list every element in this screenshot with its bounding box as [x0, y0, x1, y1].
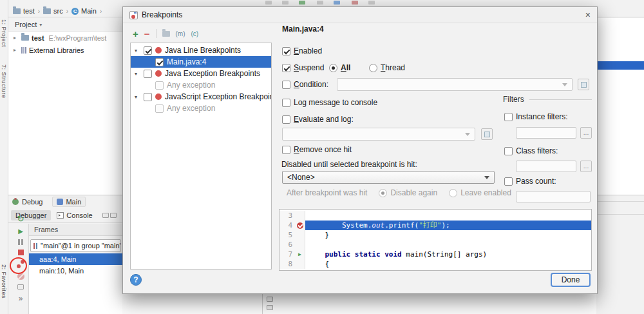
- thread-selector[interactable]: "main"@1 in group "main": [30, 239, 121, 252]
- panel-icon[interactable]: [267, 305, 273, 310]
- collapse-arrow-icon[interactable]: [135, 48, 140, 54]
- filters-separator: Filters: [503, 95, 592, 104]
- toolbar-icon-stub[interactable]: [265, 1, 272, 5]
- breadcrumb-item-src[interactable]: src: [41, 7, 65, 15]
- tree-item-label: JavaScript Exception Breakpoints: [165, 92, 272, 101]
- toolbar-icon-stub[interactable]: [317, 1, 323, 5]
- suspend-all-radio[interactable]: All: [329, 63, 350, 72]
- class-filters-input[interactable]: [516, 161, 576, 172]
- run-method-icon[interactable]: [298, 251, 301, 258]
- evaluate-and-log-checkbox[interactable]: Evaluate and log:: [282, 115, 354, 124]
- debug-session-tab[interactable]: Main: [52, 197, 86, 207]
- toolbar-icon-stub[interactable]: [282, 1, 289, 5]
- breakpoint-checkbox[interactable]: [155, 104, 164, 113]
- instance-filters-more-button[interactable]: ...: [580, 127, 592, 139]
- group-checkbox[interactable]: [144, 93, 152, 101]
- stripe-favorites-button[interactable]: 2: Favorites: [1, 264, 7, 299]
- class-filters-checkbox[interactable]: Class filters:: [504, 146, 558, 155]
- settings-icon: [17, 284, 24, 289]
- external-libraries-row[interactable]: External Libraries: [8, 44, 122, 56]
- instance-filters-checkbox[interactable]: Instance filters:: [504, 112, 568, 121]
- instance-filters-input[interactable]: [516, 127, 576, 139]
- group-by-file-button[interactable]: [162, 31, 170, 37]
- stripe-structure-button[interactable]: 7: Structure: [1, 64, 7, 99]
- pass-count-input[interactable]: [516, 191, 591, 202]
- breadcrumb-item-main[interactable]: Main: [70, 7, 99, 15]
- suspend-thread-label: Thread: [381, 63, 405, 72]
- remove-once-hit-checkbox[interactable]: Remove once hit: [282, 145, 352, 154]
- pause-icon: [18, 239, 20, 245]
- done-button[interactable]: Done: [551, 273, 591, 287]
- toolbar-icon-stub[interactable]: [334, 1, 340, 5]
- pass-count-checkbox[interactable]: Pass count:: [504, 177, 556, 186]
- add-breakpoint-button[interactable]: [133, 29, 138, 39]
- verified-breakpoint-icon[interactable]: [297, 222, 303, 229]
- frame-row[interactable]: main:10, Main: [29, 265, 122, 277]
- evaluate-input[interactable]: [282, 128, 475, 141]
- tree-item-java-line-breakpoints[interactable]: Java Line Breakpoints: [131, 44, 271, 56]
- settings-button[interactable]: [17, 284, 24, 289]
- frame-row[interactable]: aaa:4, Main: [29, 253, 122, 265]
- disable-again-radio[interactable]: Disable again: [379, 188, 437, 197]
- help-button[interactable]: [130, 274, 142, 286]
- enabled-checkbox[interactable]: Enabled: [282, 46, 322, 55]
- expand-evaluate-button[interactable]: [481, 128, 493, 140]
- gutter-cell[interactable]: [295, 250, 305, 259]
- project-panel-header[interactable]: Project: [8, 18, 122, 32]
- class-filters-more-button[interactable]: ...: [580, 161, 592, 172]
- collapse-button[interactable]: [19, 294, 23, 303]
- suspend-checkbox[interactable]: Suspend: [282, 63, 324, 72]
- project-root-row[interactable]: test E:\wxProgram\test: [8, 32, 122, 44]
- debug-panel-right: [596, 195, 644, 314]
- remove-breakpoint-button[interactable]: [144, 29, 150, 39]
- condition-input[interactable]: [337, 78, 573, 91]
- layout-icon[interactable]: [110, 213, 117, 218]
- gutter-cell[interactable]: [295, 221, 305, 230]
- suspend-thread-radio[interactable]: Thread: [369, 63, 405, 72]
- tree-item-any-exception[interactable]: Any exception: [131, 79, 271, 91]
- pause-button[interactable]: [18, 239, 23, 245]
- leave-enabled-radio[interactable]: Leave enabled: [449, 188, 511, 197]
- panel-icon[interactable]: [267, 297, 273, 302]
- stop-button[interactable]: [18, 250, 24, 255]
- mute-breakpoints-button[interactable]: [17, 273, 24, 280]
- frames-header[interactable]: Frames: [29, 224, 122, 236]
- disabled-until-select[interactable]: <None>: [282, 171, 495, 184]
- breakpoint-checkbox[interactable]: [155, 81, 164, 90]
- view-breakpoints-button[interactable]: [17, 260, 25, 268]
- chevron-right-icon: [99, 8, 102, 15]
- toolbar-icon-stub[interactable]: [368, 1, 375, 5]
- collapse-arrow-icon[interactable]: [135, 71, 140, 77]
- stripe-project-button[interactable]: 1: Project: [1, 19, 7, 47]
- gutter-cell[interactable]: [295, 259, 305, 269]
- rerun-button[interactable]: [17, 215, 24, 223]
- tree-item-any-exception[interactable]: Any exception: [131, 103, 271, 114]
- layout-icon[interactable]: [102, 213, 109, 218]
- resume-button[interactable]: [18, 228, 23, 235]
- expand-condition-button[interactable]: [578, 79, 589, 90]
- gutter-cell[interactable]: [295, 240, 305, 250]
- toolbar-icon-stub[interactable]: [299, 1, 305, 5]
- breakpoint-checkbox[interactable]: [155, 58, 164, 66]
- log-message-checkbox[interactable]: Log message to console: [282, 98, 377, 107]
- tree-item-label: Java Exception Breakpoints: [165, 69, 260, 78]
- tree-item-main-java-4[interactable]: Main.java:4: [131, 56, 271, 68]
- group-by-method-button[interactable]: (m): [176, 30, 185, 37]
- group-by-class-button[interactable]: (c): [191, 30, 199, 37]
- condition-checkbox[interactable]: Condition:: [282, 80, 328, 89]
- group-checkbox[interactable]: [144, 70, 152, 78]
- expand-arrow-icon[interactable]: [14, 35, 19, 41]
- expand-arrow-icon[interactable]: [14, 47, 19, 53]
- gutter-cell[interactable]: [295, 230, 305, 240]
- enabled-label: Enabled: [294, 46, 322, 55]
- tree-item-javascript-exception-breakpoints[interactable]: JavaScript Exception Breakpoints: [131, 91, 271, 103]
- breadcrumb-item-test[interactable]: test: [11, 7, 37, 15]
- gutter-cell[interactable]: [295, 211, 305, 221]
- disabled-until-value: <None>: [287, 173, 315, 182]
- toolbar-icon-stub[interactable]: [352, 1, 358, 5]
- tree-item-java-exception-breakpoints[interactable]: Java Exception Breakpoints: [131, 68, 271, 79]
- collapse-arrow-icon[interactable]: [135, 94, 140, 100]
- close-icon[interactable]: [585, 10, 591, 19]
- tab-console[interactable]: Console: [52, 210, 97, 221]
- group-checkbox[interactable]: [144, 46, 152, 55]
